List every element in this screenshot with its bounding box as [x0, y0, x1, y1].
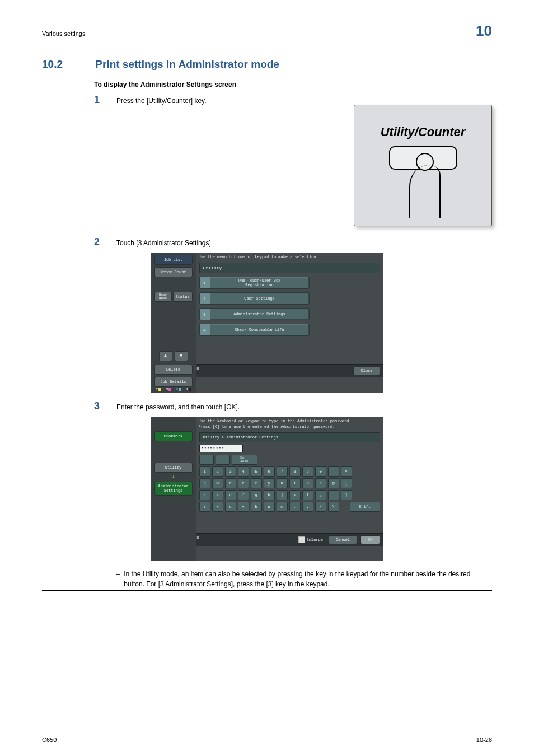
key-0[interactable]: 0	[315, 466, 326, 477]
footer-rule	[42, 590, 492, 591]
key-p[interactable]: p	[315, 478, 326, 488]
chevron-down-icon: ↓	[151, 474, 196, 479]
key-u[interactable]: u	[277, 478, 288, 488]
key-f[interactable]: f	[238, 490, 249, 500]
key-8[interactable]: 8	[289, 466, 301, 477]
breadcrumb-bar: Utility	[199, 263, 380, 273]
key-b[interactable]: b	[251, 502, 262, 512]
subheading: To display the Administrator Settings sc…	[94, 81, 492, 88]
key-,[interactable]: ,	[289, 502, 301, 512]
key-/[interactable]: /	[315, 502, 326, 512]
key-9[interactable]: 9	[302, 466, 313, 477]
key-7[interactable]: 7	[277, 466, 288, 477]
menu-item-3[interactable]: 3 Administrator Settings	[199, 308, 310, 320]
delete-key[interactable]: De- lete	[232, 455, 257, 465]
bookmark-button[interactable]: Bookmark	[154, 431, 193, 441]
enlarge-button[interactable]: Enlarge	[298, 536, 322, 543]
key-m[interactable]: m	[277, 502, 288, 512]
key-\[interactable]: \	[328, 502, 339, 512]
step-number-3: 3	[94, 400, 116, 412]
note-dash: –	[116, 569, 124, 589]
up-arrow-icon[interactable]: ▲	[159, 351, 172, 361]
key--[interactable]: -	[328, 466, 339, 477]
key-2[interactable]: 2	[212, 466, 223, 477]
key-r[interactable]: r	[238, 478, 249, 488]
ok-button[interactable]: OK	[360, 535, 380, 544]
key-d[interactable]: d	[225, 490, 236, 500]
menu-item-4[interactable]: 4 Check Consumable Life	[199, 324, 310, 336]
key-g[interactable]: g	[251, 490, 262, 500]
footer-page: 10-28	[476, 736, 492, 743]
key-l[interactable]: l	[302, 490, 313, 500]
header-section: Various settings	[42, 30, 85, 37]
arrow-left-key[interactable]: ←	[199, 455, 214, 465]
key-:[interactable]: :	[328, 490, 339, 500]
key-.[interactable]: .	[302, 502, 313, 512]
utility-counter-figure: Utility/Counter	[354, 105, 492, 226]
meter-count-button[interactable]: Meter Count	[154, 267, 193, 277]
key-1[interactable]: 1	[199, 466, 210, 477]
hand-icon	[409, 153, 438, 217]
job-list-button[interactable]: Job List	[154, 255, 193, 265]
arrow-right-key[interactable]: →	[216, 455, 230, 465]
key-o[interactable]: o	[302, 478, 313, 488]
utility-nav-button[interactable]: Utility	[154, 463, 193, 473]
admin-settings-nav-button[interactable]: Administrator Settings	[154, 482, 193, 496]
key-z[interactable]: z	[199, 502, 210, 512]
section-number: 10.2	[42, 58, 92, 71]
key-h[interactable]: h	[264, 490, 275, 500]
user-name-label: User Name	[154, 292, 172, 302]
shift-key[interactable]: Shift	[350, 502, 380, 512]
admin-password-screen: Bookmark Utility ↓ Administrator Setting…	[151, 417, 383, 561]
utility-counter-label: Utility/Counter	[354, 105, 491, 139]
key-^[interactable]: ^	[341, 466, 352, 477]
key-[[interactable]: [	[341, 478, 352, 488]
key-4[interactable]: 4	[238, 466, 249, 477]
key-s[interactable]: s	[212, 490, 223, 500]
step-text-1: Press the [Utility/Counter] key.	[116, 94, 207, 106]
key-][interactable]: ]	[341, 490, 352, 500]
footer-model: C650	[42, 736, 57, 743]
key-y[interactable]: y	[264, 478, 275, 488]
password-input[interactable]: ********	[199, 445, 243, 452]
menu-item-2[interactable]: 2 User Settings	[199, 292, 310, 305]
key-e[interactable]: e	[225, 478, 236, 488]
step-number-2: 2	[94, 236, 116, 248]
key-j[interactable]: j	[277, 490, 288, 500]
key-v[interactable]: v	[238, 502, 249, 512]
utility-menu-screen: Job List Meter Count User Name Status ▲ …	[151, 253, 383, 393]
key-n[interactable]: n	[264, 502, 275, 512]
status-button[interactable]: Status	[173, 292, 193, 302]
key-q[interactable]: q	[199, 478, 210, 488]
key-i[interactable]: i	[289, 478, 301, 488]
key-c[interactable]: c	[225, 502, 236, 512]
key-k[interactable]: k	[289, 490, 301, 500]
close-button[interactable]: Close	[353, 366, 380, 375]
key-a[interactable]: a	[199, 490, 210, 500]
step-number-1: 1	[94, 94, 116, 106]
cancel-button[interactable]: Cancel	[329, 535, 357, 544]
key-@[interactable]: @	[328, 478, 339, 488]
key-6[interactable]: 6	[264, 466, 275, 477]
key-5[interactable]: 5	[251, 466, 262, 477]
chapter-number: 10	[476, 22, 492, 40]
delete-button[interactable]: Delete	[154, 365, 193, 375]
down-arrow-icon[interactable]: ▼	[175, 351, 188, 361]
step-text-2: Touch [3 Administrator Settings].	[116, 236, 213, 248]
key-3[interactable]: 3	[225, 466, 236, 477]
key-;[interactable]: ;	[315, 490, 326, 500]
toner-indicators: Y M C K	[151, 386, 196, 393]
key-t[interactable]: t	[251, 478, 262, 488]
on-screen-keyboard: ← → De- lete 1234567890-^ qwertyuiop@[ a…	[199, 455, 380, 512]
note-text: In the Utility mode, an item can also be…	[124, 569, 492, 589]
breadcrumb: Utility > Administrator Settings	[199, 432, 380, 442]
header-rule	[42, 41, 492, 41]
enlarge-icon	[298, 536, 305, 543]
step-text-3: Enter the password, and then touch [OK].	[116, 400, 240, 412]
section-title: 10.2 Print settings in Administrator mod…	[42, 58, 492, 71]
section-text: Print settings in Administrator mode	[95, 58, 279, 70]
key-w[interactable]: w	[212, 478, 223, 488]
menu-item-1[interactable]: 1 One-Touch/User Box Registration	[199, 277, 310, 289]
key-x[interactable]: x	[212, 502, 223, 512]
